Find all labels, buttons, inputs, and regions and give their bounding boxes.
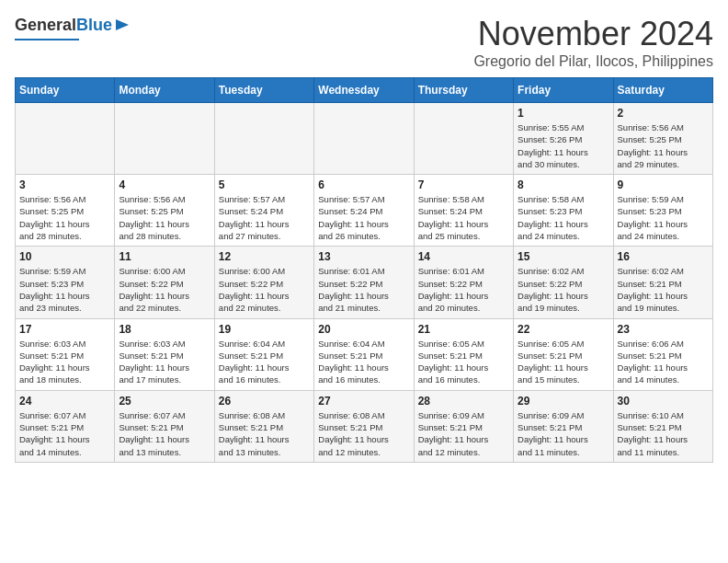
- day-info: Sunrise: 5:55 AM Sunset: 5:26 PM Dayligh…: [518, 121, 609, 170]
- day-info: Sunrise: 5:58 AM Sunset: 5:23 PM Dayligh…: [518, 193, 609, 242]
- day-info: Sunrise: 5:56 AM Sunset: 5:25 PM Dayligh…: [119, 193, 210, 242]
- day-number: 16: [618, 250, 709, 263]
- day-info: Sunrise: 6:09 AM Sunset: 5:21 PM Dayligh…: [418, 409, 509, 458]
- day-number: 19: [219, 323, 310, 336]
- day-info: Sunrise: 5:56 AM Sunset: 5:25 PM Dayligh…: [19, 193, 110, 242]
- day-number: 20: [318, 323, 409, 336]
- calendar-cell: 21Sunrise: 6:05 AM Sunset: 5:21 PM Dayli…: [414, 318, 513, 390]
- calendar-cell: 11Sunrise: 6:00 AM Sunset: 5:22 PM Dayli…: [115, 247, 214, 318]
- day-info: Sunrise: 5:57 AM Sunset: 5:24 PM Dayligh…: [318, 193, 409, 242]
- calendar-cell: [214, 103, 313, 175]
- day-number: 14: [418, 250, 509, 263]
- calendar-cell: 19Sunrise: 6:04 AM Sunset: 5:21 PM Dayli…: [214, 318, 313, 390]
- day-info: Sunrise: 6:07 AM Sunset: 5:21 PM Dayligh…: [119, 409, 210, 458]
- day-number: 5: [219, 178, 310, 191]
- calendar-cell: 8Sunrise: 5:58 AM Sunset: 5:23 PM Daylig…: [514, 175, 613, 247]
- day-number: 27: [318, 395, 409, 408]
- day-number: 13: [318, 250, 409, 263]
- calendar-cell: 6Sunrise: 5:57 AM Sunset: 5:24 PM Daylig…: [314, 175, 414, 247]
- day-info: Sunrise: 6:09 AM Sunset: 5:21 PM Dayligh…: [518, 409, 609, 458]
- weekday-header: Wednesday: [314, 78, 414, 103]
- day-info: Sunrise: 6:05 AM Sunset: 5:21 PM Dayligh…: [518, 338, 609, 386]
- location-title: Gregorio del Pilar, Ilocos, Philippines: [473, 53, 713, 70]
- weekday-header: Tuesday: [214, 78, 313, 103]
- day-number: 8: [518, 178, 609, 191]
- day-info: Sunrise: 6:00 AM Sunset: 5:22 PM Dayligh…: [119, 265, 210, 314]
- calendar-cell: 3Sunrise: 5:56 AM Sunset: 5:25 PM Daylig…: [16, 175, 115, 247]
- day-info: Sunrise: 6:03 AM Sunset: 5:21 PM Dayligh…: [119, 338, 210, 386]
- weekday-header: Monday: [115, 78, 214, 103]
- day-number: 28: [418, 395, 509, 408]
- calendar-cell: 14Sunrise: 6:01 AM Sunset: 5:22 PM Dayli…: [414, 247, 513, 318]
- day-number: 4: [119, 178, 210, 191]
- calendar-header: SundayMondayTuesdayWednesdayThursdayFrid…: [16, 78, 713, 103]
- calendar-cell: 27Sunrise: 6:08 AM Sunset: 5:21 PM Dayli…: [314, 390, 414, 462]
- day-number: 9: [618, 178, 709, 191]
- day-number: 24: [19, 395, 110, 408]
- page-header: GeneralBlue November 2024 Gregorio del P…: [15, 15, 713, 70]
- calendar-cell: 29Sunrise: 6:09 AM Sunset: 5:21 PM Dayli…: [514, 390, 613, 462]
- calendar-cell: 25Sunrise: 6:07 AM Sunset: 5:21 PM Dayli…: [115, 390, 214, 462]
- calendar-cell: 24Sunrise: 6:07 AM Sunset: 5:21 PM Dayli…: [16, 390, 115, 462]
- calendar-cell: 9Sunrise: 5:59 AM Sunset: 5:23 PM Daylig…: [613, 175, 712, 247]
- weekday-header: Friday: [514, 78, 613, 103]
- day-info: Sunrise: 6:06 AM Sunset: 5:21 PM Dayligh…: [618, 338, 709, 386]
- calendar-cell: [115, 103, 214, 175]
- weekday-header: Sunday: [16, 78, 115, 103]
- calendar-cell: [414, 103, 513, 175]
- weekday-header: Saturday: [613, 78, 712, 103]
- logo-arrow-icon: [114, 17, 131, 33]
- day-number: 15: [518, 250, 609, 263]
- svg-marker-0: [116, 19, 129, 30]
- day-info: Sunrise: 6:07 AM Sunset: 5:21 PM Dayligh…: [19, 409, 110, 458]
- calendar-cell: 2Sunrise: 5:56 AM Sunset: 5:25 PM Daylig…: [613, 103, 712, 175]
- day-number: 3: [19, 178, 110, 191]
- day-info: Sunrise: 6:10 AM Sunset: 5:21 PM Dayligh…: [618, 409, 709, 458]
- day-info: Sunrise: 6:01 AM Sunset: 5:22 PM Dayligh…: [418, 265, 509, 314]
- day-number: 18: [119, 323, 210, 336]
- calendar-cell: [314, 103, 414, 175]
- logo-general: General: [15, 16, 76, 34]
- day-info: Sunrise: 6:00 AM Sunset: 5:22 PM Dayligh…: [219, 265, 310, 314]
- day-info: Sunrise: 5:59 AM Sunset: 5:23 PM Dayligh…: [19, 265, 110, 314]
- calendar-cell: 22Sunrise: 6:05 AM Sunset: 5:21 PM Dayli…: [514, 318, 613, 390]
- logo-blue: Blue: [76, 16, 112, 34]
- day-info: Sunrise: 6:04 AM Sunset: 5:21 PM Dayligh…: [318, 338, 409, 386]
- day-number: 30: [618, 395, 709, 408]
- calendar-cell: 13Sunrise: 6:01 AM Sunset: 5:22 PM Dayli…: [314, 247, 414, 318]
- calendar-cell: 4Sunrise: 5:56 AM Sunset: 5:25 PM Daylig…: [115, 175, 214, 247]
- day-number: 25: [119, 395, 210, 408]
- calendar-cell: 18Sunrise: 6:03 AM Sunset: 5:21 PM Dayli…: [115, 318, 214, 390]
- day-number: 6: [318, 178, 409, 191]
- calendar-cell: 23Sunrise: 6:06 AM Sunset: 5:21 PM Dayli…: [613, 318, 712, 390]
- day-info: Sunrise: 6:02 AM Sunset: 5:22 PM Dayligh…: [518, 265, 609, 314]
- day-info: Sunrise: 6:03 AM Sunset: 5:21 PM Dayligh…: [19, 338, 110, 386]
- calendar-table: SundayMondayTuesdayWednesdayThursdayFrid…: [15, 77, 713, 463]
- day-number: 26: [219, 395, 310, 408]
- calendar-cell: 28Sunrise: 6:09 AM Sunset: 5:21 PM Dayli…: [414, 390, 513, 462]
- day-number: 7: [418, 178, 509, 191]
- day-number: 29: [518, 395, 609, 408]
- day-info: Sunrise: 5:56 AM Sunset: 5:25 PM Dayligh…: [618, 121, 709, 170]
- day-info: Sunrise: 6:08 AM Sunset: 5:21 PM Dayligh…: [219, 409, 310, 458]
- day-number: 1: [518, 107, 609, 120]
- day-number: 22: [518, 323, 609, 336]
- calendar-cell: 20Sunrise: 6:04 AM Sunset: 5:21 PM Dayli…: [314, 318, 414, 390]
- day-number: 2: [618, 107, 709, 120]
- day-number: 23: [618, 323, 709, 336]
- day-info: Sunrise: 5:58 AM Sunset: 5:24 PM Dayligh…: [418, 193, 509, 242]
- day-number: 11: [119, 250, 210, 263]
- day-info: Sunrise: 6:02 AM Sunset: 5:21 PM Dayligh…: [618, 265, 709, 314]
- title-block: November 2024 Gregorio del Pilar, Ilocos…: [473, 15, 713, 70]
- calendar-cell: 17Sunrise: 6:03 AM Sunset: 5:21 PM Dayli…: [16, 318, 115, 390]
- month-title: November 2024: [473, 15, 713, 53]
- calendar-cell: 5Sunrise: 5:57 AM Sunset: 5:24 PM Daylig…: [214, 175, 313, 247]
- day-number: 17: [19, 323, 110, 336]
- calendar-cell: 30Sunrise: 6:10 AM Sunset: 5:21 PM Dayli…: [613, 390, 712, 462]
- day-info: Sunrise: 5:57 AM Sunset: 5:24 PM Dayligh…: [219, 193, 310, 242]
- calendar-cell: 26Sunrise: 6:08 AM Sunset: 5:21 PM Dayli…: [214, 390, 313, 462]
- logo: GeneralBlue: [15, 15, 131, 40]
- weekday-header: Thursday: [414, 78, 513, 103]
- calendar-cell: 7Sunrise: 5:58 AM Sunset: 5:24 PM Daylig…: [414, 175, 513, 247]
- calendar-cell: 15Sunrise: 6:02 AM Sunset: 5:22 PM Dayli…: [514, 247, 613, 318]
